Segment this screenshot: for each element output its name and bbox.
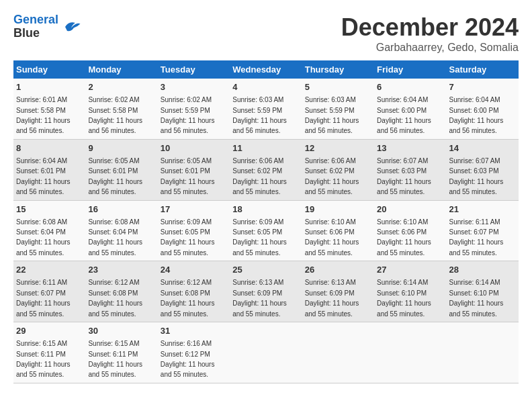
- daylight-info: Daylight: 11 hours and 55 minutes.: [232, 238, 287, 256]
- daylight-info: Daylight: 11 hours and 55 minutes.: [16, 361, 71, 378]
- daylight-info: Daylight: 11 hours and 55 minutes.: [449, 178, 504, 195]
- sunset-info: Sunset: 6:09 PM: [232, 289, 282, 297]
- page-header: GeneralBlue December 2024 Garbahaarrey, …: [13, 13, 519, 54]
- sunrise-info: Sunrise: 6:04 AM: [377, 96, 428, 103]
- calendar-cell: 1 Sunrise: 6:01 AM Sunset: 5:58 PM Dayli…: [13, 79, 85, 139]
- sunset-info: Sunset: 5:59 PM: [305, 107, 355, 114]
- sunset-info: Sunset: 6:08 PM: [161, 289, 210, 297]
- column-header-saturday: Saturday: [447, 60, 519, 79]
- sunset-info: Sunset: 6:05 PM: [232, 228, 282, 236]
- logo-bird-icon: [61, 17, 81, 37]
- day-number: 24: [161, 264, 227, 276]
- calendar-cell: 10 Sunrise: 6:05 AM Sunset: 6:01 PM Dayl…: [158, 139, 230, 200]
- calendar-cell: 28 Sunrise: 6:14 AM Sunset: 6:10 PM Dayl…: [447, 261, 519, 322]
- daylight-info: Daylight: 11 hours and 55 minutes.: [161, 178, 215, 195]
- sunrise-info: Sunrise: 6:12 AM: [161, 279, 212, 286]
- sunset-info: Sunset: 6:02 PM: [232, 167, 282, 175]
- sunset-info: Sunset: 6:08 PM: [88, 289, 138, 297]
- sunrise-info: Sunrise: 6:04 AM: [16, 157, 67, 165]
- sunset-info: Sunset: 6:00 PM: [377, 107, 427, 114]
- sunrise-info: Sunrise: 6:14 AM: [449, 279, 500, 286]
- day-number: 2: [88, 81, 154, 93]
- sunset-info: Sunset: 6:06 PM: [305, 228, 355, 236]
- daylight-info: Daylight: 11 hours and 55 minutes.: [161, 238, 215, 256]
- sunset-info: Sunset: 6:01 PM: [88, 167, 138, 175]
- sunset-info: Sunset: 6:01 PM: [161, 167, 210, 175]
- day-number: 15: [16, 203, 83, 216]
- sunrise-info: Sunrise: 6:11 AM: [449, 218, 500, 226]
- month-title: December 2024: [341, 13, 519, 42]
- sunrise-info: Sunrise: 6:03 AM: [305, 96, 356, 103]
- calendar-cell: 15 Sunrise: 6:08 AM Sunset: 6:04 PM Dayl…: [13, 200, 85, 261]
- logo-text: GeneralBlue: [13, 13, 58, 40]
- calendar-cell: 7 Sunrise: 6:04 AM Sunset: 6:00 PM Dayli…: [447, 79, 519, 139]
- daylight-info: Daylight: 11 hours and 55 minutes.: [88, 300, 142, 317]
- day-number: 10: [161, 142, 227, 154]
- daylight-info: Daylight: 11 hours and 56 minutes.: [161, 117, 215, 134]
- daylight-info: Daylight: 11 hours and 55 minutes.: [161, 300, 215, 317]
- title-block: December 2024 Garbahaarrey, Gedo, Somali…: [341, 13, 519, 54]
- day-number: 11: [232, 142, 299, 154]
- sunrise-info: Sunrise: 6:08 AM: [88, 218, 139, 226]
- calendar-cell: 18 Sunrise: 6:09 AM Sunset: 6:05 PM Dayl…: [230, 200, 302, 261]
- calendar-cell: 20 Sunrise: 6:10 AM Sunset: 6:06 PM Dayl…: [374, 200, 446, 261]
- calendar-cell: 22 Sunrise: 6:11 AM Sunset: 6:07 PM Dayl…: [13, 261, 85, 322]
- column-header-thursday: Thursday: [302, 60, 374, 79]
- daylight-info: Daylight: 11 hours and 55 minutes.: [305, 238, 359, 256]
- day-number: 26: [305, 264, 371, 276]
- day-number: 30: [88, 325, 154, 337]
- daylight-info: Daylight: 11 hours and 55 minutes.: [88, 361, 142, 378]
- column-header-sunday: Sunday: [13, 60, 85, 79]
- sunrise-info: Sunrise: 6:15 AM: [16, 340, 67, 347]
- daylight-info: Daylight: 11 hours and 55 minutes.: [16, 238, 71, 256]
- calendar-table: SundayMondayTuesdayWednesdayThursdayFrid…: [13, 60, 519, 383]
- daylight-info: Daylight: 11 hours and 56 minutes.: [305, 117, 359, 134]
- sunrise-info: Sunrise: 6:03 AM: [232, 96, 283, 103]
- day-number: 17: [161, 203, 227, 216]
- logo: GeneralBlue: [13, 13, 81, 40]
- calendar-cell: [230, 322, 302, 383]
- day-number: 4: [232, 81, 299, 93]
- calendar-header-row: SundayMondayTuesdayWednesdayThursdayFrid…: [13, 60, 519, 79]
- calendar-cell: 16 Sunrise: 6:08 AM Sunset: 6:04 PM Dayl…: [85, 200, 157, 261]
- column-header-monday: Monday: [85, 60, 157, 79]
- day-number: 27: [377, 264, 443, 276]
- sunrise-info: Sunrise: 6:07 AM: [449, 157, 500, 165]
- daylight-info: Daylight: 11 hours and 55 minutes.: [161, 361, 215, 378]
- calendar-cell: 31 Sunrise: 6:16 AM Sunset: 6:12 PM Dayl…: [158, 322, 230, 383]
- sunset-info: Sunset: 6:10 PM: [449, 289, 499, 297]
- calendar-week-row: 1 Sunrise: 6:01 AM Sunset: 5:58 PM Dayli…: [13, 79, 519, 139]
- daylight-info: Daylight: 11 hours and 56 minutes.: [16, 178, 71, 195]
- calendar-cell: 21 Sunrise: 6:11 AM Sunset: 6:07 PM Dayl…: [447, 200, 519, 261]
- calendar-cell: 2 Sunrise: 6:02 AM Sunset: 5:58 PM Dayli…: [85, 79, 157, 139]
- daylight-info: Daylight: 11 hours and 55 minutes.: [449, 238, 504, 256]
- sunrise-info: Sunrise: 6:09 AM: [232, 218, 283, 226]
- column-header-friday: Friday: [374, 60, 446, 79]
- day-number: 8: [16, 142, 83, 154]
- calendar-cell: 26 Sunrise: 6:13 AM Sunset: 6:09 PM Dayl…: [302, 261, 374, 322]
- daylight-info: Daylight: 11 hours and 55 minutes.: [305, 300, 359, 317]
- day-number: 3: [161, 81, 227, 93]
- sunrise-info: Sunrise: 6:02 AM: [88, 96, 139, 103]
- sunset-info: Sunset: 5:59 PM: [232, 107, 282, 114]
- sunrise-info: Sunrise: 6:13 AM: [305, 279, 356, 286]
- sunrise-info: Sunrise: 6:02 AM: [161, 96, 212, 103]
- sunset-info: Sunset: 6:10 PM: [377, 289, 427, 297]
- day-number: 29: [16, 325, 83, 337]
- calendar-cell: 25 Sunrise: 6:13 AM Sunset: 6:09 PM Dayl…: [230, 261, 302, 322]
- day-number: 20: [377, 203, 443, 216]
- sunset-info: Sunset: 6:01 PM: [16, 167, 66, 175]
- daylight-info: Daylight: 11 hours and 55 minutes.: [16, 300, 71, 317]
- sunrise-info: Sunrise: 6:12 AM: [88, 279, 139, 286]
- calendar-cell: 24 Sunrise: 6:12 AM Sunset: 6:08 PM Dayl…: [158, 261, 230, 322]
- calendar-cell: 8 Sunrise: 6:04 AM Sunset: 6:01 PM Dayli…: [13, 139, 85, 200]
- calendar-cell: 9 Sunrise: 6:05 AM Sunset: 6:01 PM Dayli…: [85, 139, 157, 200]
- day-number: 6: [377, 81, 443, 93]
- sunrise-info: Sunrise: 6:01 AM: [16, 96, 67, 103]
- daylight-info: Daylight: 11 hours and 55 minutes.: [377, 178, 431, 195]
- day-number: 19: [305, 203, 371, 216]
- daylight-info: Daylight: 11 hours and 55 minutes.: [377, 238, 431, 256]
- sunset-info: Sunset: 6:12 PM: [161, 351, 210, 358]
- sunset-info: Sunset: 6:11 PM: [16, 351, 66, 358]
- calendar-cell: 3 Sunrise: 6:02 AM Sunset: 5:59 PM Dayli…: [158, 79, 230, 139]
